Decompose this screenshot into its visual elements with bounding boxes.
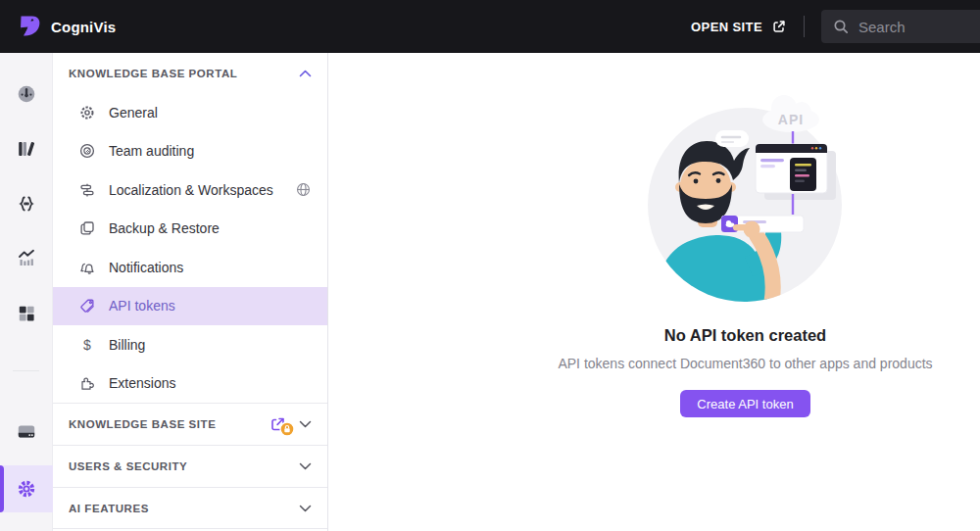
external-link-icon <box>771 19 787 34</box>
search-box[interactable] <box>821 10 980 43</box>
api-cloud-label: API <box>778 112 804 127</box>
svg-text:$: $ <box>83 336 91 352</box>
empty-state-title: No API token created <box>664 326 826 345</box>
open-site-label: OPEN SITE <box>691 20 762 34</box>
sidebar-item-label: Localization & Workspaces <box>109 182 273 198</box>
sidebar-item-team-auditing[interactable]: Team auditing <box>53 132 327 171</box>
gear-icon <box>78 104 96 121</box>
topbar: CogniVis OPEN SITE <box>0 0 980 53</box>
section-knowledge-base-portal[interactable]: KNOWLEDGE BASE PORTAL <box>53 53 327 93</box>
create-api-token-button[interactable]: Create API token <box>680 390 809 417</box>
rail-dashboard-gauge-icon[interactable] <box>0 74 53 114</box>
api-cloud: API <box>762 95 819 132</box>
chevron-up-icon[interactable] <box>299 70 312 77</box>
sidebar-item-label: Notifications <box>109 260 183 275</box>
browser-window <box>756 144 836 200</box>
copy-icon <box>78 219 96 237</box>
sidebar-item-label: Billing <box>109 337 145 353</box>
sidebar-item-extensions[interactable]: Extensions <box>53 364 327 404</box>
rail-analytics-chart-icon[interactable] <box>0 239 53 278</box>
dollar-icon: $ <box>78 336 96 354</box>
cognivis-logo-icon <box>12 12 41 41</box>
open-kb-site-icon[interactable] <box>269 415 287 433</box>
section-knowledge-base-site[interactable]: KNOWLEDGE BASE SITE <box>53 403 327 445</box>
speech-bubble <box>715 130 749 147</box>
brand-name: CogniVis <box>51 19 116 35</box>
section-label: KNOWLEDGE BASE PORTAL <box>69 68 237 79</box>
sidebar-item-label: General <box>109 105 158 121</box>
empty-state-illustration: API <box>617 82 872 314</box>
section-label: USERS & SECURITY <box>69 460 187 472</box>
section-label: AI FEATURES <box>69 503 149 514</box>
sidebar-item-billing[interactable]: $ Billing <box>53 325 327 364</box>
sidebar-item-api-tokens[interactable]: API tokens <box>53 287 327 326</box>
rail-divider <box>13 370 39 371</box>
audit-icon <box>78 142 96 160</box>
sidebar-item-backup-restore[interactable]: Backup & Restore <box>53 210 327 249</box>
chevron-down-icon[interactable] <box>299 462 312 470</box>
section-label: KNOWLEDGE BASE SITE <box>69 418 216 430</box>
puzzle-icon <box>78 374 96 392</box>
sidebar-item-notifications[interactable]: Notifications <box>53 248 327 287</box>
chevron-down-icon[interactable] <box>299 420 312 428</box>
sidebar-item-label: API tokens <box>109 298 175 314</box>
settings-sidebar: KNOWLEDGE BASE PORTAL General <box>53 53 328 531</box>
api-tokens-empty-state: API <box>558 53 932 417</box>
lock-badge-icon <box>279 421 295 441</box>
search-input[interactable] <box>858 19 966 35</box>
section-users-security[interactable]: USERS & SECURITY <box>53 445 327 487</box>
search-icon <box>833 19 850 35</box>
globe-icon <box>295 181 312 198</box>
sidebar-item-label: Backup & Restore <box>109 220 220 236</box>
topbar-divider <box>804 16 805 37</box>
token-bar <box>721 216 804 232</box>
main-content: API <box>328 53 980 531</box>
chevron-down-icon[interactable] <box>299 505 312 512</box>
rail-api-braces-icon[interactable] <box>0 184 53 223</box>
icon-rail <box>0 53 53 531</box>
sidebar-item-general[interactable]: General <box>53 93 327 132</box>
sidebar-item-label: Team auditing <box>109 143 194 159</box>
sidebar-item-label: Extensions <box>109 375 175 391</box>
sidebar-item-localization-workspaces[interactable]: Localization & Workspaces <box>53 170 327 210</box>
empty-state-description: API tokens connect Document360 to other … <box>558 356 932 371</box>
rail-documentation-books-icon[interactable] <box>0 129 53 169</box>
tag-icon <box>78 297 96 314</box>
open-site-button[interactable]: OPEN SITE <box>691 19 787 34</box>
rail-drive-card-icon[interactable] <box>0 411 53 451</box>
bell-icon <box>78 259 96 276</box>
workspaces-icon <box>78 181 96 199</box>
rail-widgets-grid-icon[interactable] <box>0 294 53 333</box>
brand[interactable]: CogniVis <box>12 12 116 41</box>
section-ai-features[interactable]: AI FEATURES <box>53 487 327 529</box>
active-indicator <box>0 465 4 512</box>
rail-settings-gear-icon[interactable] <box>0 465 53 512</box>
